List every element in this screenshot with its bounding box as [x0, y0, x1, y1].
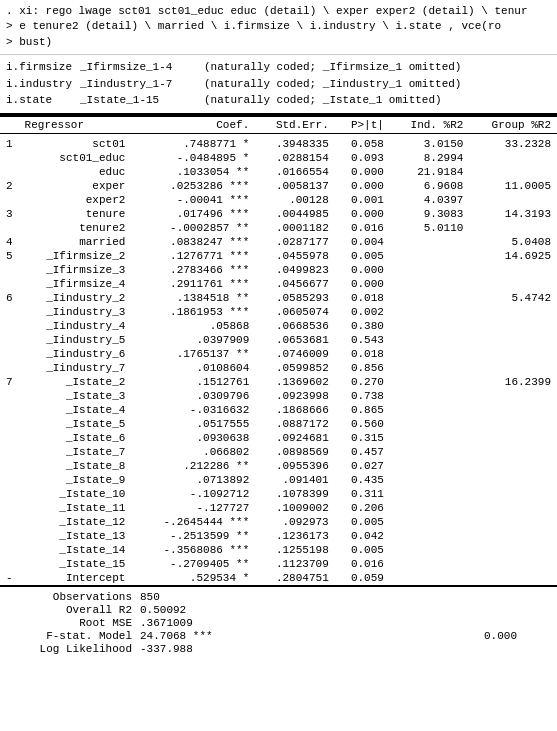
grp-r2-value [469, 361, 557, 375]
table-row: _Istate_5 .0517555 .0887172 0.560 [0, 417, 557, 431]
table-row: _Istate_10 -.1092712 .1078399 0.311 [0, 487, 557, 501]
ind-r2-value [390, 319, 469, 333]
group-cell: 2 [0, 179, 19, 193]
coef-value: .1033054 ** [135, 165, 255, 179]
ind-r2-value [390, 277, 469, 291]
col-header-coef: Coef. [135, 116, 255, 134]
grp-r2-value [469, 347, 557, 361]
coef-value: .1512761 [135, 375, 255, 389]
p-value: 0.000 [335, 207, 390, 221]
table-row: _Iindustry_7 .0108604 .0599852 0.856 [0, 361, 557, 375]
table-row: _Istate_14 -.3568086 *** .1255198 0.005 [0, 543, 557, 557]
regressor-name: married [19, 235, 136, 249]
table-row: _Istate_15 -.2709405 ** .1123709 0.016 [0, 557, 557, 571]
grp-r2-value [469, 543, 557, 557]
grp-r2-value: 33.2328 [469, 137, 557, 151]
coding-block: i.firmsize_Ifirmsize_1-4(naturally coded… [0, 55, 557, 115]
regressor-name: _Istate_10 [19, 487, 136, 501]
grp-r2-value: 11.0005 [469, 179, 557, 193]
coef-value: .529534 * [135, 571, 255, 585]
coef-value: .0713892 [135, 473, 255, 487]
table-row: _Istate_9 .0713892 .091401 0.435 [0, 473, 557, 487]
stats-label: Observations [10, 591, 140, 603]
regressor-name: _Istate_3 [19, 389, 136, 403]
ind-r2-value: 4.0397 [390, 193, 469, 207]
coding-type: i.industry [6, 76, 76, 93]
regressor-name: _Istate_7 [19, 445, 136, 459]
group-cell: 1 [0, 137, 19, 151]
regressor-name: educ [19, 165, 136, 179]
table-row: 7 _Istate_2 .1512761 .1369602 0.270 16.2… [0, 375, 557, 389]
regressor-name: _Istate_5 [19, 417, 136, 431]
table-row: _Istate_4 -.0316632 .1868666 0.865 [0, 403, 557, 417]
p-value: 0.093 [335, 151, 390, 165]
group-cell: 4 [0, 235, 19, 249]
grp-r2-value [469, 389, 557, 403]
ind-r2-value [390, 515, 469, 529]
stats-extra [220, 617, 547, 629]
coef-value: .0397909 [135, 333, 255, 347]
regressor-name: Intercept [19, 571, 136, 585]
regressor-name: _Ifirmsize_4 [19, 277, 136, 291]
regressor-name: tenure [19, 207, 136, 221]
stats-label: Root MSE [10, 617, 140, 629]
ind-r2-value [390, 529, 469, 543]
table-row: 3 tenure .017496 *** .0044985 0.000 9.30… [0, 207, 557, 221]
se-value: .091401 [255, 473, 334, 487]
ind-r2-value: 5.0110 [390, 221, 469, 235]
coef-value: .017496 *** [135, 207, 255, 221]
grp-r2-value: 14.6925 [469, 249, 557, 263]
stats-value: 0.50092 [140, 604, 220, 616]
p-value: 0.042 [335, 529, 390, 543]
table-row: educ .1033054 ** .0166554 0.000 21.9184 [0, 165, 557, 179]
grp-r2-value [469, 515, 557, 529]
coef-value: .212286 ** [135, 459, 255, 473]
se-value: .0653681 [255, 333, 334, 347]
table-row: - Intercept .529534 * .2804751 0.059 [0, 571, 557, 585]
ind-r2-value [390, 501, 469, 515]
se-value: .1868666 [255, 403, 334, 417]
table-row: _Istate_11 -.127727 .1009002 0.206 [0, 501, 557, 515]
group-cell [0, 431, 19, 445]
ind-r2-value [390, 291, 469, 305]
group-cell [0, 277, 19, 291]
ind-r2-value [390, 389, 469, 403]
coef-value: .2783466 *** [135, 263, 255, 277]
se-value: .1009002 [255, 501, 334, 515]
table-row: 6 _Iindustry_2 .1384518 ** .0585293 0.01… [0, 291, 557, 305]
p-value: 0.058 [335, 137, 390, 151]
se-value: .00128 [255, 193, 334, 207]
regressor-name: sct01 [19, 137, 136, 151]
se-value: .0585293 [255, 291, 334, 305]
se-value: .0599852 [255, 361, 334, 375]
regressor-name: sct01_educ [19, 151, 136, 165]
ind-r2-value [390, 571, 469, 585]
p-value: 0.005 [335, 543, 390, 557]
p-value: 0.380 [335, 319, 390, 333]
group-cell [0, 557, 19, 571]
coef-value: -.0316632 [135, 403, 255, 417]
group-cell [0, 263, 19, 277]
p-value: 0.018 [335, 291, 390, 305]
regressor-name: _Istate_4 [19, 403, 136, 417]
group-cell [0, 417, 19, 431]
table-row: _Ifirmsize_3 .2783466 *** .0499823 0.000 [0, 263, 557, 277]
ind-r2-value [390, 375, 469, 389]
ind-r2-value: 6.9608 [390, 179, 469, 193]
regressor-name: _Istate_9 [19, 473, 136, 487]
grp-r2-value [469, 165, 557, 179]
regressor-name: _Istate_15 [19, 557, 136, 571]
group-cell [0, 487, 19, 501]
p-value: 0.018 [335, 347, 390, 361]
stats-extra: 0.000 [220, 630, 547, 642]
coef-value: -.0484895 * [135, 151, 255, 165]
table-row: 5 _Ifirmsize_2 .1276771 *** .0455978 0.0… [0, 249, 557, 263]
regressor-name: _Istate_8 [19, 459, 136, 473]
p-value: 0.738 [335, 389, 390, 403]
se-value: .0887172 [255, 417, 334, 431]
group-cell [0, 347, 19, 361]
ind-r2-value: 9.3083 [390, 207, 469, 221]
grp-r2-value [469, 403, 557, 417]
regressor-name: exper [19, 179, 136, 193]
se-value: .0746009 [255, 347, 334, 361]
